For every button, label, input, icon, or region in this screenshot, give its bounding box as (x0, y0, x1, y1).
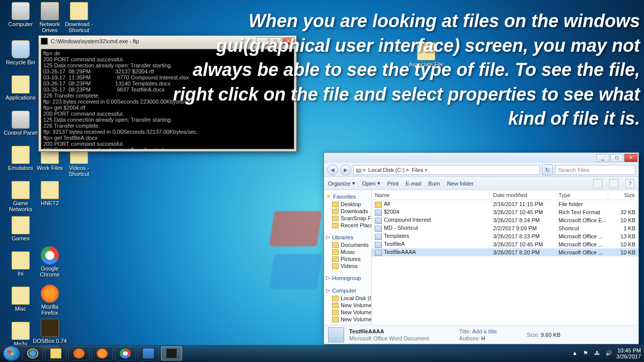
back-button[interactable]: ◄ (327, 164, 338, 175)
preview-pane-button[interactable] (609, 179, 618, 188)
desktop-icon[interactable]: HNET2 (32, 181, 67, 206)
file-size: 10 KB (608, 249, 638, 255)
open-button[interactable]: Open ▾ (362, 180, 380, 187)
terminal-line: 200 PORT command successful. (43, 141, 292, 147)
navigation-pane[interactable]: ★FavoritesDesktopDownloadsScanSnap FoRec… (324, 190, 372, 325)
sidebar-item[interactable]: Desktop (324, 201, 371, 208)
taskbar-explorer[interactable] (45, 346, 66, 360)
folder-icon (12, 322, 30, 340)
desktop-icon[interactable]: Download - Shortcut (61, 2, 97, 33)
add-title-link[interactable]: Add a title (472, 328, 497, 334)
sidebar-item[interactable]: Music (324, 248, 371, 255)
desktop-icon[interactable]: Mozilla Firefox (32, 285, 67, 316)
desktop-icon[interactable]: Control Panel (3, 111, 38, 136)
file-date: 3/26/2017 8:20 PM (490, 249, 555, 255)
breadcrumb-bar[interactable]: 🖴 ▸ Local Disk (C:) ▸ Files ▸ (353, 165, 540, 175)
file-type: Microsoft Office ... (555, 233, 608, 239)
desktop-icon[interactable]: Games (3, 216, 38, 241)
col-size[interactable]: Size (608, 192, 638, 198)
search-input[interactable]: Search Files (555, 165, 635, 175)
folder-icon (332, 202, 339, 207)
sidebar-group-computer[interactable]: ▷Computer (324, 286, 371, 295)
file-list-area: Name Date modified Type Size All2/16/201… (372, 190, 638, 325)
clock[interactable]: 10:45 PM 3/26/2017 (616, 347, 641, 359)
file-name: $2004 (384, 209, 399, 215)
folder-icon (332, 249, 339, 255)
terminal-line: 125 Data connection already open; Transf… (43, 147, 292, 149)
sidebar-item[interactable]: New Volume (324, 309, 371, 316)
file-row[interactable]: Compound Interest3/26/2017 8:24 PMMicros… (372, 216, 638, 224)
file-type: Microsoft Office ... (555, 241, 608, 247)
burn-button[interactable]: Burn (428, 180, 440, 187)
sidebar-item[interactable]: New Volume (324, 316, 371, 323)
sidebar-item[interactable]: Documents (324, 241, 371, 248)
taskbar-firefox[interactable] (92, 346, 113, 360)
sidebar-group-favorites[interactable]: ★Favorites (324, 192, 371, 201)
file-row[interactable]: $20043/26/2017 10:45 PMRich Text Format3… (372, 208, 638, 216)
sidebar-item[interactable]: Pictures (324, 255, 371, 262)
maximize-button[interactable]: □ (610, 154, 623, 162)
file-date: 2/16/2017 11:15 PM (490, 201, 555, 207)
show-hidden-icons[interactable]: ▲ (572, 350, 579, 357)
taskbar-ie[interactable] (22, 346, 43, 360)
file-row[interactable]: Templates3/26/2017 8:23 PMMicrosoft Offi… (372, 232, 638, 240)
refresh-button[interactable]: ↻ (542, 164, 553, 175)
file-row[interactable]: TestfileAAAA3/26/2017 8:20 PMMicrosoft O… (372, 248, 638, 256)
explorer-window[interactable]: _ □ ✕ ◄ ► 🖴 ▸ Local Disk (C:) ▸ Files ▸ … (324, 152, 639, 344)
cmd-icon (41, 38, 48, 45)
network-icon[interactable]: 🖧 (594, 350, 601, 357)
file-row[interactable]: TestfileA3/26/2017 10:45 PMMicrosoft Off… (372, 240, 638, 248)
explorer-titlebar[interactable]: _ □ ✕ (324, 153, 638, 163)
instruction-caption: When you are looking at files on the win… (171, 9, 640, 131)
volume-icon[interactable]: 🔊 (605, 350, 612, 357)
minimize-button[interactable]: _ (596, 154, 609, 162)
file-size: 13 KB (608, 233, 638, 239)
file-row[interactable]: MD - Shortcut2/2/2017 9:09 PMShortcut1 K… (372, 224, 638, 232)
file-date: 2/2/2017 9:09 PM (490, 225, 555, 231)
icon-label: Games (3, 235, 38, 241)
file-date: 3/26/2017 8:23 PM (490, 233, 555, 239)
action-center-icon[interactable]: ⚑ (583, 350, 590, 357)
taskbar-cmd[interactable] (161, 346, 182, 360)
sidebar-item[interactable]: Local Disk (C (324, 295, 371, 302)
system-tray[interactable]: ▲ ⚑ 🖧 🔊 10:45 PM 3/26/2017 (572, 347, 641, 359)
breadcrumb-item[interactable]: Local Disk (C:) (368, 167, 405, 173)
taskbar-chrome[interactable] (115, 346, 136, 360)
col-name[interactable]: Name (372, 192, 490, 198)
breadcrumb-item[interactable]: Files (412, 167, 423, 173)
col-type[interactable]: Type (555, 192, 608, 198)
document-icon (375, 250, 382, 256)
sidebar-item[interactable]: New Volume (324, 302, 371, 309)
file-name: All (384, 201, 390, 207)
file-type: Rich Text Format (555, 209, 608, 215)
sidebar-item[interactable]: ScanSnap Fo (324, 215, 371, 222)
taskbar-media-player[interactable] (68, 346, 90, 360)
col-date[interactable]: Date modified (490, 192, 555, 198)
desktop-icon[interactable]: Recycle Bin (3, 40, 38, 65)
file-type: File folder (555, 201, 608, 207)
help-button[interactable]: ? (625, 179, 634, 188)
view-options-button[interactable] (593, 179, 602, 188)
star-icon: ★ (326, 193, 331, 200)
new-folder-button[interactable]: New folder (447, 180, 474, 187)
close-button[interactable]: ✕ (624, 154, 637, 162)
start-button[interactable] (3, 346, 20, 361)
folder-icon (12, 146, 30, 164)
sidebar-item[interactable]: Videos (324, 262, 371, 269)
forward-button[interactable]: ► (340, 164, 351, 175)
folder-icon (12, 75, 30, 94)
file-row[interactable]: All2/16/2017 11:15 PMFile folder (372, 200, 638, 208)
folder-icon (12, 251, 30, 269)
sidebar-group-homegroup[interactable]: ▷Homegroup (324, 274, 371, 282)
email-button[interactable]: E-mail (406, 180, 421, 187)
sidebar-group-libraries[interactable]: ▷Libraries (324, 233, 371, 241)
document-icon (375, 226, 382, 232)
taskbar: ▲ ⚑ 🖧 🔊 10:45 PM 3/26/2017 (0, 345, 644, 362)
organize-menu[interactable]: Organize ▾ (328, 180, 355, 187)
print-button[interactable]: Print (387, 180, 399, 187)
sidebar-item[interactable]: Downloads (324, 208, 371, 215)
column-headers[interactable]: Name Date modified Type Size (372, 190, 638, 200)
desktop-icon[interactable]: Google Chrome (32, 246, 67, 278)
sidebar-item[interactable]: Recent Place (324, 222, 371, 229)
taskbar-app[interactable] (138, 346, 159, 360)
